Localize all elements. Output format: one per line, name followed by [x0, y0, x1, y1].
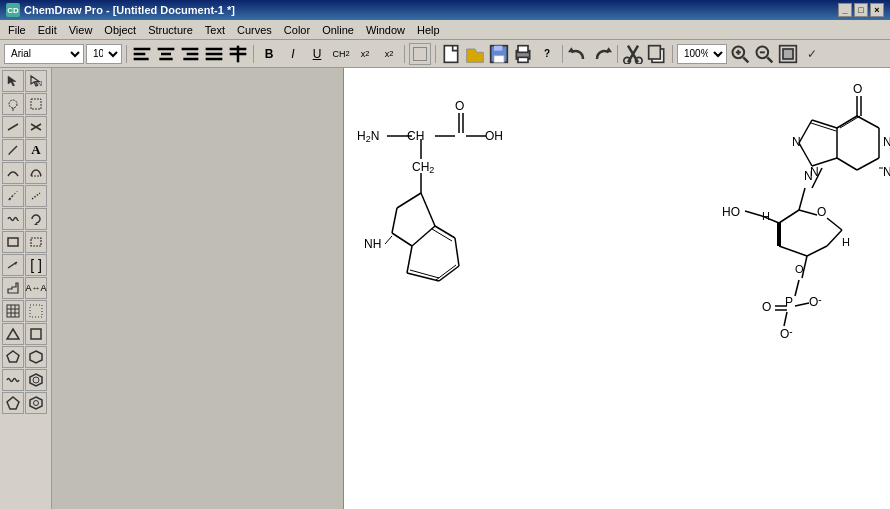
- bond-eraser-tool[interactable]: [25, 116, 47, 138]
- font-select[interactable]: Arial: [4, 44, 84, 64]
- svg-rect-38: [783, 49, 793, 59]
- italic-button[interactable]: I: [282, 43, 304, 65]
- marquee-tool[interactable]: [25, 93, 47, 115]
- menu-curves[interactable]: Curves: [231, 22, 278, 38]
- zoom-in-button[interactable]: [729, 43, 751, 65]
- svg-text:HO: HO: [722, 205, 740, 219]
- select-tool[interactable]: [2, 70, 24, 92]
- menu-file[interactable]: File: [2, 22, 32, 38]
- menu-view[interactable]: View: [63, 22, 99, 38]
- cyclopentane-tool[interactable]: [2, 392, 24, 414]
- align-center-button[interactable]: [155, 43, 177, 65]
- zoom-out-button[interactable]: [753, 43, 775, 65]
- justify-button[interactable]: [203, 43, 225, 65]
- node-select-tool[interactable]: N: [25, 70, 47, 92]
- color-swatch[interactable]: [409, 43, 431, 65]
- print-button[interactable]: [512, 43, 534, 65]
- benzene-tool[interactable]: [25, 392, 47, 414]
- save-button[interactable]: [488, 43, 510, 65]
- rotate-tool[interactable]: [25, 208, 47, 230]
- underline-button[interactable]: U: [306, 43, 328, 65]
- arrow-tool[interactable]: [2, 254, 24, 276]
- toolbar: Arial 10 B I U CH2 x2 x2: [0, 40, 890, 68]
- square-tool[interactable]: [25, 323, 47, 345]
- svg-point-74: [34, 401, 39, 406]
- svg-rect-42: [31, 99, 41, 109]
- tool-row-2: [2, 93, 49, 115]
- size-select[interactable]: 10: [86, 44, 122, 64]
- tool-row-15: [2, 392, 49, 414]
- resize-tool[interactable]: [2, 277, 24, 299]
- svg-line-98: [439, 266, 459, 281]
- table-tool[interactable]: [2, 300, 24, 322]
- menu-text[interactable]: Text: [199, 22, 231, 38]
- copy-button[interactable]: [646, 43, 668, 65]
- menu-structure[interactable]: Structure: [142, 22, 199, 38]
- svg-text:P: P: [785, 295, 793, 309]
- toolbar-separator-1: [126, 45, 127, 63]
- menu-edit[interactable]: Edit: [32, 22, 63, 38]
- wavy-bond-tool[interactable]: [2, 208, 24, 230]
- subscript-button[interactable]: x2: [354, 43, 376, 65]
- fit-button[interactable]: [777, 43, 799, 65]
- zoom-select[interactable]: 100% 50% 150% 200%: [677, 44, 727, 64]
- rectangle-tool[interactable]: [2, 231, 24, 253]
- svg-line-49: [9, 198, 11, 200]
- lasso-tool[interactable]: [2, 93, 24, 115]
- dashed-rect-tool[interactable]: [25, 231, 47, 253]
- svg-line-88: [392, 208, 397, 233]
- undo-button[interactable]: [567, 43, 589, 65]
- bracket-tool[interactable]: [ ]: [25, 254, 47, 276]
- menu-online[interactable]: Online: [316, 22, 360, 38]
- bold-button[interactable]: B: [258, 43, 280, 65]
- svg-marker-70: [30, 374, 42, 386]
- open-button[interactable]: [464, 43, 486, 65]
- text-resize-tool[interactable]: A↔A: [25, 277, 47, 299]
- toolbar-separator-7: [672, 45, 673, 63]
- single-bond-tool[interactable]: [2, 116, 24, 138]
- pencil-tool[interactable]: [2, 139, 24, 161]
- special-ring-tool[interactable]: [25, 369, 47, 391]
- hash-bond-tool[interactable]: [25, 185, 47, 207]
- unknown-align-button[interactable]: [227, 43, 249, 65]
- main-area: N A: [0, 68, 890, 509]
- window-controls[interactable]: _ □ ×: [838, 3, 884, 17]
- menu-object[interactable]: Object: [98, 22, 142, 38]
- svg-line-145: [795, 303, 809, 306]
- menu-window[interactable]: Window: [360, 22, 411, 38]
- triangle-tool[interactable]: [2, 323, 24, 345]
- close-button[interactable]: ×: [870, 3, 884, 17]
- svg-text:NH: NH: [364, 237, 381, 251]
- new-button[interactable]: [440, 43, 462, 65]
- superscript-button[interactable]: x2: [378, 43, 400, 65]
- svg-text:OH: OH: [485, 129, 503, 143]
- hexagon-tool[interactable]: [25, 346, 47, 368]
- curve-tool[interactable]: [2, 162, 24, 184]
- svg-line-131: [779, 246, 807, 256]
- cut-button[interactable]: [622, 43, 644, 65]
- text-tool[interactable]: A: [25, 139, 47, 161]
- checkmark-button[interactable]: ✓: [801, 43, 823, 65]
- minimize-button[interactable]: _: [838, 3, 852, 17]
- menu-help[interactable]: Help: [411, 22, 446, 38]
- wavy-line-tool[interactable]: [2, 369, 24, 391]
- canvas-area[interactable]: H2N CH O OH CH2: [344, 68, 890, 509]
- dot-grid-tool[interactable]: [25, 300, 47, 322]
- svg-text:N: N: [792, 135, 801, 149]
- maximize-button[interactable]: □: [854, 3, 868, 17]
- redo-button[interactable]: [591, 43, 613, 65]
- svg-line-89: [392, 233, 412, 246]
- help-button[interactable]: ?: [536, 43, 558, 65]
- arc-tool[interactable]: [25, 162, 47, 184]
- svg-text:O: O: [795, 263, 804, 275]
- svg-line-97: [455, 238, 459, 266]
- subscript-ch2-button[interactable]: CH2: [330, 43, 352, 65]
- tool-row-10: A↔A: [2, 277, 49, 299]
- pentagon-tool[interactable]: [2, 346, 24, 368]
- dashed-bond-tool[interactable]: [2, 185, 24, 207]
- align-right-button[interactable]: [179, 43, 201, 65]
- menu-color[interactable]: Color: [278, 22, 316, 38]
- align-left-button[interactable]: [131, 43, 153, 65]
- svg-rect-17: [494, 45, 502, 50]
- svg-line-50: [12, 196, 14, 198]
